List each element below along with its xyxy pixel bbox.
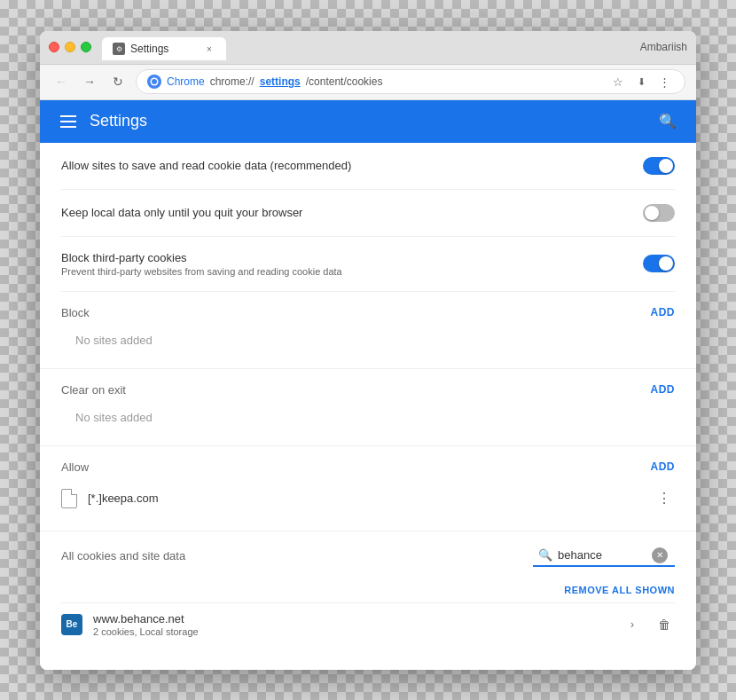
block-no-sites: No sites added	[61, 326, 675, 354]
traffic-lights	[49, 42, 91, 52]
allow-cookies-row: Allow sites to save and read cookie data…	[61, 143, 675, 190]
more-options-icon[interactable]: ⋮	[654, 72, 674, 91]
url-highlight: settings	[260, 75, 301, 88]
block-third-party-row: Block third-party cookies Prevent third-…	[61, 237, 675, 292]
site-meta: 2 cookies, Local storage	[93, 626, 611, 637]
block-section-header: Block ADD	[61, 306, 675, 319]
minimize-traffic-light[interactable]	[65, 42, 75, 52]
url-base: chrome://	[210, 75, 254, 88]
tab-favicon: ⚙	[113, 43, 125, 55]
clear-on-exit-no-sites: No sites added	[61, 404, 675, 431]
forward-icon: →	[83, 75, 96, 89]
allow-section-header: Allow ADD	[61, 460, 675, 474]
allow-cookies-toggle[interactable]	[643, 157, 675, 175]
cookies-section-title: All cookies and site data	[61, 549, 185, 562]
keep-local-data-toggle[interactable]	[643, 204, 675, 222]
allow-section: Allow ADD [*.]keepa.com ⋮	[40, 446, 696, 531]
hamburger-line-2	[60, 121, 76, 122]
toggle-knob-2	[645, 206, 659, 220]
toggles-section: Allow sites to save and read cookie data…	[40, 143, 696, 292]
clear-on-exit-header: Clear on exit ADD	[61, 383, 675, 397]
toggle-knob-3	[659, 256, 673, 271]
block-add-button[interactable]: ADD	[651, 306, 676, 319]
tab-close-button[interactable]: ×	[203, 43, 215, 55]
reload-icon: ↻	[113, 75, 123, 89]
toggle-knob-1	[659, 159, 673, 173]
allow-add-button[interactable]: ADD	[651, 460, 676, 473]
hamburger-button[interactable]	[54, 107, 82, 136]
cookie-search-box[interactable]: 🔍 ✕	[533, 546, 675, 567]
maximize-traffic-light[interactable]	[81, 42, 91, 52]
url-bar[interactable]: Chrome chrome://settings/content/cookies…	[136, 69, 685, 94]
cookies-section-header: All cookies and site data 🔍 ✕	[61, 546, 675, 567]
block-section-title: Block	[61, 306, 90, 319]
block-section: Block ADD No sites added	[40, 292, 696, 369]
settings-header-title: Settings	[90, 112, 147, 130]
block-third-party-sublabel: Prevent third-party websites from saving…	[61, 266, 643, 277]
all-cookies-section: All cookies and site data 🔍 ✕ REMOVE ALL…	[40, 531, 696, 660]
clear-on-exit-title: Clear on exit	[61, 383, 126, 397]
site-info: www.behance.net 2 cookies, Local storage	[93, 612, 611, 637]
chrome-download-icon[interactable]: ⬇	[631, 72, 651, 91]
keep-local-data-row: Keep local data only until you quit your…	[61, 190, 675, 237]
address-bar: ← → ↻ Chrome chrome://settings/content/c…	[40, 65, 696, 100]
settings-content: Allow sites to save and read cookie data…	[40, 143, 696, 670]
clear-on-exit-add-button[interactable]: ADD	[651, 383, 676, 396]
active-tab[interactable]: ⚙ Settings ×	[102, 37, 226, 60]
back-button[interactable]: ←	[51, 71, 72, 92]
file-icon	[61, 489, 77, 508]
back-icon: ←	[55, 75, 67, 89]
tab-label: Settings	[130, 43, 168, 55]
table-row: Be www.behance.net 2 cookies, Local stor…	[61, 602, 675, 646]
site-more-button[interactable]: ⋮	[654, 488, 675, 509]
tab-area: ⚙ Settings ×	[102, 35, 640, 59]
remove-all-button[interactable]: REMOVE ALL SHOWN	[564, 585, 675, 595]
header-search-button[interactable]: 🔍	[654, 107, 682, 136]
remove-all-area: REMOVE ALL SHOWN	[61, 578, 675, 602]
close-traffic-light[interactable]	[49, 42, 59, 52]
cookie-search-icon: 🔍	[538, 548, 552, 562]
chrome-header: Settings 🔍	[40, 100, 696, 143]
clear-on-exit-section: Clear on exit ADD No sites added	[40, 369, 696, 446]
favicon-text: Be	[67, 619, 78, 629]
allow-cookies-label: Allow sites to save and read cookie data…	[61, 159, 643, 172]
svg-point-2	[152, 79, 157, 84]
list-item: [*.]keepa.com ⋮	[61, 481, 675, 516]
title-bar: ⚙ Settings × Ambariish	[40, 31, 696, 65]
hamburger-line-1	[60, 115, 76, 117]
url-chrome-label: Chrome	[167, 75, 205, 88]
forward-button[interactable]: →	[79, 71, 100, 92]
block-third-party-toggle[interactable]	[643, 255, 675, 272]
cookie-search-input[interactable]	[558, 548, 646, 562]
bookmark-icon[interactable]: ☆	[608, 72, 628, 91]
chrome-logo-icon	[147, 75, 161, 89]
site-name: [*.]keepa.com	[88, 492, 643, 505]
url-actions: ☆ ⬇ ⋮	[608, 72, 674, 91]
hamburger-icon	[60, 115, 76, 128]
site-url: www.behance.net	[93, 612, 611, 625]
user-name: Ambariish	[640, 41, 687, 53]
site-delete-button[interactable]: 🗑	[654, 614, 675, 635]
keep-local-data-label: Keep local data only until you quit your…	[61, 206, 643, 219]
cookie-search-clear-button[interactable]: ✕	[652, 547, 668, 563]
browser-window: ⚙ Settings × Ambariish ← → ↻ Chrome chro…	[40, 31, 696, 670]
reload-button[interactable]: ↻	[107, 71, 129, 92]
hamburger-line-3	[60, 126, 76, 128]
site-expand-button[interactable]: ›	[622, 614, 643, 635]
site-favicon-behance: Be	[61, 614, 82, 635]
block-third-party-label: Block third-party cookies Prevent third-…	[61, 251, 643, 277]
url-path: /content/cookies	[306, 75, 383, 88]
allow-section-title: Allow	[61, 460, 89, 474]
